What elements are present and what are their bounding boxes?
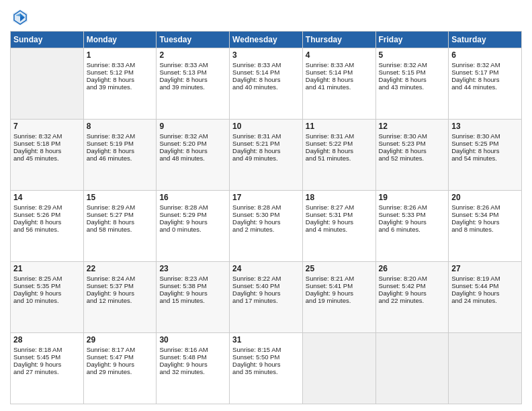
- week-row-4: 21Sunrise: 8:25 AMSunset: 5:35 PMDayligh…: [11, 262, 522, 333]
- cell-text: Daylight: 8 hours: [13, 218, 81, 226]
- cell-text: and 6 minutes.: [379, 226, 446, 233]
- calendar-cell: [302, 333, 375, 404]
- cell-text: Sunset: 5:31 PM: [306, 211, 373, 218]
- cell-text: Daylight: 9 hours: [13, 289, 81, 297]
- cell-text: Sunrise: 8:32 AM: [379, 61, 446, 68]
- cell-text: Sunset: 5:17 PM: [451, 68, 519, 76]
- calendar-cell: 30Sunrise: 8:16 AMSunset: 5:48 PMDayligh…: [157, 333, 230, 404]
- day-number: 26: [379, 264, 446, 273]
- week-row-2: 7Sunrise: 8:32 AMSunset: 5:18 PMDaylight…: [11, 120, 522, 191]
- cell-text: Sunset: 5:33 PM: [379, 211, 446, 218]
- cell-text: Sunset: 5:14 PM: [306, 68, 373, 76]
- cell-text: Sunset: 5:19 PM: [87, 140, 154, 147]
- cell-text: and 32 minutes.: [159, 368, 226, 375]
- calendar-cell: 9Sunrise: 8:32 AMSunset: 5:20 PMDaylight…: [157, 120, 230, 191]
- calendar-cell: 21Sunrise: 8:25 AMSunset: 5:35 PMDayligh…: [11, 262, 84, 333]
- calendar-cell: 14Sunrise: 8:29 AMSunset: 5:26 PMDayligh…: [11, 191, 84, 262]
- day-number: 8: [87, 122, 154, 131]
- calendar-cell: 22Sunrise: 8:24 AMSunset: 5:37 PMDayligh…: [83, 262, 157, 333]
- cell-text: Sunset: 5:38 PM: [159, 282, 226, 289]
- calendar-cell: 4Sunrise: 8:33 AMSunset: 5:14 PMDaylight…: [302, 48, 375, 120]
- cell-text: Daylight: 9 hours: [87, 361, 154, 368]
- day-number: 5: [379, 50, 446, 60]
- cell-text: Sunrise: 8:32 AM: [87, 132, 154, 140]
- cell-text: Sunrise: 8:22 AM: [232, 275, 300, 282]
- cell-text: and 39 minutes.: [159, 83, 226, 91]
- cell-text: and 19 minutes.: [306, 297, 373, 304]
- calendar-cell: 7Sunrise: 8:32 AMSunset: 5:18 PMDaylight…: [11, 120, 84, 191]
- cell-text: and 58 minutes.: [87, 226, 154, 233]
- cell-text: Daylight: 9 hours: [379, 289, 446, 297]
- cell-text: Sunset: 5:47 PM: [87, 353, 154, 361]
- cell-text: Sunset: 5:44 PM: [451, 282, 519, 289]
- cell-text: Daylight: 8 hours: [87, 218, 154, 226]
- day-number: 29: [87, 335, 154, 345]
- calendar-cell: 16Sunrise: 8:28 AMSunset: 5:29 PMDayligh…: [157, 191, 230, 262]
- calendar-cell: 2Sunrise: 8:33 AMSunset: 5:13 PMDaylight…: [157, 48, 230, 120]
- cell-text: Sunset: 5:23 PM: [379, 140, 446, 147]
- cell-text: Sunrise: 8:32 AM: [451, 61, 519, 68]
- cell-text: Sunrise: 8:29 AM: [87, 203, 154, 211]
- day-number: 9: [159, 122, 226, 131]
- day-number: 11: [306, 122, 373, 131]
- calendar-cell: 15Sunrise: 8:29 AMSunset: 5:27 PMDayligh…: [83, 191, 157, 262]
- cell-text: Daylight: 8 hours: [87, 76, 154, 83]
- cell-text: Sunset: 5:22 PM: [306, 140, 373, 147]
- calendar-cell: 5Sunrise: 8:32 AMSunset: 5:15 PMDaylight…: [375, 48, 449, 120]
- cell-text: and 39 minutes.: [87, 83, 154, 91]
- cell-text: and 22 minutes.: [379, 297, 446, 304]
- calendar-cell: 23Sunrise: 8:23 AMSunset: 5:38 PMDayligh…: [157, 262, 230, 333]
- cell-text: Sunrise: 8:21 AM: [306, 275, 373, 282]
- column-header-saturday: Saturday: [449, 32, 522, 48]
- day-number: 15: [87, 193, 154, 202]
- cell-text: Sunrise: 8:26 AM: [451, 203, 519, 211]
- logo: [10, 7, 33, 27]
- cell-text: Daylight: 9 hours: [159, 218, 226, 226]
- day-number: 28: [13, 335, 81, 345]
- calendar-cell: 31Sunrise: 8:15 AMSunset: 5:50 PMDayligh…: [230, 333, 303, 404]
- cell-text: Sunrise: 8:19 AM: [451, 275, 519, 282]
- cell-text: Sunrise: 8:18 AM: [13, 346, 81, 353]
- cell-text: Sunset: 5:25 PM: [451, 140, 519, 147]
- cell-text: Sunset: 5:45 PM: [13, 353, 81, 361]
- cell-text: Sunrise: 8:32 AM: [159, 132, 226, 140]
- cell-text: Sunset: 5:40 PM: [232, 282, 300, 289]
- cell-text: Sunset: 5:34 PM: [451, 211, 519, 218]
- header: [10, 7, 522, 27]
- cell-text: and 17 minutes.: [232, 297, 300, 304]
- cell-text: Sunrise: 8:24 AM: [87, 275, 154, 282]
- cell-text: Daylight: 8 hours: [159, 76, 226, 83]
- cell-text: and 8 minutes.: [451, 226, 519, 233]
- column-header-wednesday: Wednesday: [230, 32, 303, 48]
- cell-text: Daylight: 8 hours: [232, 76, 300, 83]
- cell-text: Daylight: 8 hours: [379, 76, 446, 83]
- cell-text: Daylight: 9 hours: [379, 218, 446, 226]
- calendar-cell: 27Sunrise: 8:19 AMSunset: 5:44 PMDayligh…: [449, 262, 522, 333]
- day-number: 31: [232, 335, 300, 345]
- cell-text: Daylight: 8 hours: [87, 147, 154, 154]
- cell-text: Daylight: 9 hours: [13, 361, 81, 368]
- cell-text: Sunset: 5:41 PM: [306, 282, 373, 289]
- day-number: 17: [232, 193, 300, 202]
- cell-text: and 41 minutes.: [306, 83, 373, 91]
- page: SundayMondayTuesdayWednesdayThursdayFrid…: [0, 0, 532, 411]
- cell-text: Sunset: 5:42 PM: [379, 282, 446, 289]
- cell-text: Daylight: 8 hours: [159, 147, 226, 154]
- calendar-header-row: SundayMondayTuesdayWednesdayThursdayFrid…: [11, 32, 522, 48]
- calendar-table: SundayMondayTuesdayWednesdayThursdayFrid…: [10, 31, 522, 404]
- calendar-cell: 28Sunrise: 8:18 AMSunset: 5:45 PMDayligh…: [11, 333, 84, 404]
- week-row-1: 1Sunrise: 8:33 AMSunset: 5:12 PMDaylight…: [11, 48, 522, 120]
- day-number: 30: [159, 335, 226, 345]
- calendar-cell: 3Sunrise: 8:33 AMSunset: 5:14 PMDaylight…: [230, 48, 303, 120]
- cell-text: Daylight: 8 hours: [306, 147, 373, 154]
- cell-text: and 4 minutes.: [306, 226, 373, 233]
- cell-text: and 49 minutes.: [232, 154, 300, 162]
- day-number: 20: [451, 193, 519, 202]
- day-number: 22: [87, 264, 154, 273]
- cell-text: and 45 minutes.: [13, 154, 81, 162]
- cell-text: Daylight: 9 hours: [451, 289, 519, 297]
- cell-text: Daylight: 9 hours: [451, 218, 519, 226]
- cell-text: Daylight: 9 hours: [306, 289, 373, 297]
- calendar-cell: 1Sunrise: 8:33 AMSunset: 5:12 PMDaylight…: [83, 48, 157, 120]
- day-number: 19: [379, 193, 446, 202]
